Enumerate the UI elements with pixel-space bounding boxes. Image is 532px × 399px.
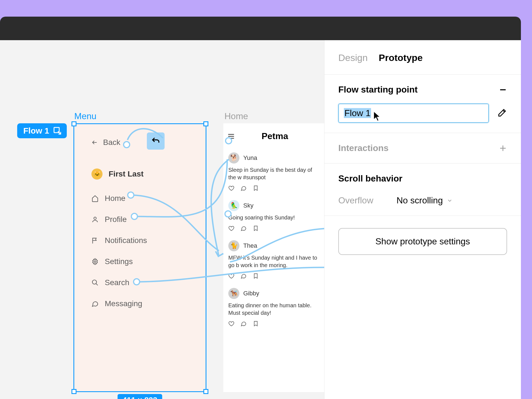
pencil-icon xyxy=(497,108,507,118)
bookmark-icon[interactable] xyxy=(253,321,259,327)
comment-icon[interactable] xyxy=(241,225,247,231)
selection-handle[interactable] xyxy=(71,389,76,394)
post[interactable]: 🦜 Sky Going soaring this Sunday! xyxy=(223,197,326,237)
edit-button[interactable] xyxy=(497,108,507,119)
prototype-node[interactable] xyxy=(133,278,140,285)
svg-point-2 xyxy=(94,261,96,263)
overflow-label: Overflow xyxy=(338,195,397,206)
selection-handle[interactable] xyxy=(203,121,208,126)
post[interactable]: 🐈 Thea MFW it's Sunday night and I have … xyxy=(223,237,326,285)
menu-item-profile[interactable]: Profile xyxy=(91,209,206,230)
back-label: Back xyxy=(103,138,120,147)
panel-tabs: Design Prototype xyxy=(324,40,521,75)
tab-design[interactable]: Design xyxy=(338,52,368,63)
post-author: Thea xyxy=(243,242,257,249)
post-author: Yuna xyxy=(243,154,257,162)
overflow-dropdown[interactable]: No scrolling xyxy=(397,195,453,206)
post[interactable]: 🐕 Yuna Sleep in Sunday is the best day o… xyxy=(223,149,326,197)
post-actions xyxy=(228,321,321,327)
selection-handle[interactable] xyxy=(71,121,76,126)
avatar: 🐕 xyxy=(228,152,239,163)
prototype-node[interactable] xyxy=(123,141,130,148)
flow-name-input[interactable]: Flow 1 xyxy=(338,104,489,123)
avatar: 🦜 xyxy=(228,200,239,211)
heart-icon[interactable] xyxy=(228,321,234,327)
menu-item-label: Home xyxy=(105,194,126,203)
post-body: Going soaring this Sunday! xyxy=(228,214,321,225)
prototype-node[interactable] xyxy=(224,210,232,218)
play-icon xyxy=(53,126,62,135)
menu-item-search[interactable]: Search xyxy=(91,272,206,293)
post[interactable]: 🐕‍🦺 Gibby Eating dinner on the human tab… xyxy=(223,285,326,332)
back-interaction-target[interactable] xyxy=(147,132,165,150)
avatar: 🐱 xyxy=(91,168,103,180)
frame-home[interactable]: Petma 🐕 Yuna Sleep in Sunday is the best… xyxy=(223,123,326,392)
menu-item-label: Profile xyxy=(105,215,127,224)
section-title: Flow starting point xyxy=(338,85,418,95)
post-actions xyxy=(228,185,321,191)
frame-label-menu[interactable]: Menu xyxy=(74,111,96,121)
gear-icon xyxy=(91,258,99,265)
frame-label-home[interactable]: Home xyxy=(224,111,248,121)
bookmark-icon[interactable] xyxy=(253,273,259,279)
message-icon xyxy=(91,300,99,307)
design-canvas[interactable]: Flow 1 Menu Home 411 × 823 Back 🐱 First … xyxy=(0,40,324,399)
arrow-left-icon xyxy=(91,139,98,146)
tab-prototype[interactable]: Prototype xyxy=(379,52,423,63)
menu-user-row[interactable]: 🐱 First Last xyxy=(74,147,206,180)
post-author: Sky xyxy=(243,202,254,209)
section-flow-start: Flow starting point Flow 1 xyxy=(324,75,521,133)
flow-name-value: Flow 1 xyxy=(344,108,371,118)
dimensions-badge: 411 × 823 xyxy=(117,394,162,399)
minus-icon[interactable] xyxy=(499,86,507,94)
post-actions xyxy=(228,225,321,231)
home-header: Petma xyxy=(223,123,326,149)
menu-item-home[interactable]: Home xyxy=(91,188,206,209)
heart-icon[interactable] xyxy=(228,185,234,191)
menu-item-messaging[interactable]: Messaging xyxy=(91,293,206,314)
menu-item-settings[interactable]: Settings xyxy=(91,251,206,272)
section-title: Interactions xyxy=(338,143,388,153)
frame-menu[interactable]: 411 × 823 Back 🐱 First Last Home Pr xyxy=(73,123,206,392)
svg-point-1 xyxy=(94,217,96,219)
prototype-node[interactable] xyxy=(225,137,232,144)
menu-item-label: Search xyxy=(105,278,129,287)
menu-item-notifications[interactable]: Notifications xyxy=(91,230,206,251)
avatar: 🐈 xyxy=(228,240,239,251)
menu-item-label: Messaging xyxy=(105,299,142,308)
section-title: Scroll behavior xyxy=(338,173,402,184)
home-icon xyxy=(91,195,99,202)
menu-items-list: Home Profile Notifications Settings Sear… xyxy=(74,180,206,314)
prototype-node[interactable] xyxy=(127,191,134,199)
post-actions xyxy=(228,273,321,279)
comment-icon[interactable] xyxy=(241,273,247,279)
heart-icon[interactable] xyxy=(228,225,234,231)
inspector-panel: Design Prototype Flow starting point Flo… xyxy=(324,40,521,399)
section-interactions: Interactions xyxy=(324,133,521,163)
post-body: Eating dinner on the human table. Must s… xyxy=(228,302,321,321)
chevron-down-icon xyxy=(447,198,453,204)
comment-icon[interactable] xyxy=(241,321,247,327)
section-scroll-behavior: Scroll behavior Overflow No scrolling xyxy=(324,163,521,216)
menu-item-label: Notifications xyxy=(105,236,147,245)
reply-arrow-icon xyxy=(151,136,160,146)
menu-back-row[interactable]: Back xyxy=(74,124,206,147)
user-icon xyxy=(91,216,99,223)
post-body: Sleep in Sunday is the best day of the w… xyxy=(228,166,321,185)
bookmark-icon[interactable] xyxy=(253,225,259,231)
plus-icon[interactable] xyxy=(499,144,507,152)
bookmark-icon[interactable] xyxy=(253,185,259,191)
search-icon xyxy=(91,279,99,286)
prototype-node[interactable] xyxy=(131,213,138,220)
comment-icon[interactable] xyxy=(241,185,247,191)
post-author: Gibby xyxy=(243,290,259,297)
flow-start-badge[interactable]: Flow 1 xyxy=(17,123,67,138)
selection-handle[interactable] xyxy=(203,389,208,394)
menu-item-label: Settings xyxy=(105,257,133,266)
show-prototype-settings-button[interactable]: Show prototype settings xyxy=(338,228,507,255)
svg-point-3 xyxy=(92,280,96,284)
flow-badge-label: Flow 1 xyxy=(23,126,49,135)
overflow-value: No scrolling xyxy=(397,195,443,206)
heart-icon[interactable] xyxy=(228,273,234,279)
user-name: First Last xyxy=(109,170,144,178)
